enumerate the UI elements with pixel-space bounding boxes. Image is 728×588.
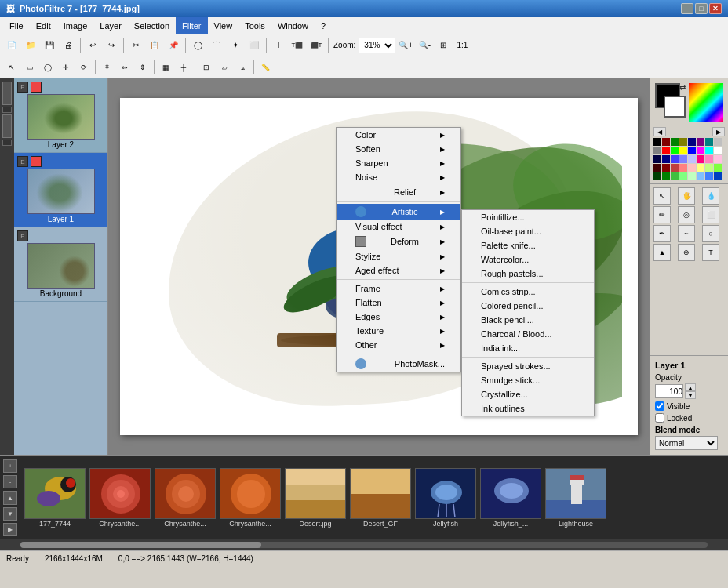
color-cell[interactable] [653,147,661,154]
artistic-oilbase[interactable]: Oil-base paint... [462,224,594,238]
filter-color[interactable]: Color ▶ [337,128,460,142]
maximize-button[interactable]: □ [695,3,708,14]
filter-soften[interactable]: Soften ▶ [337,142,460,156]
menu-help[interactable]: ? [315,17,332,34]
color-cell[interactable] [688,138,696,146]
opacity-down[interactable]: ▼ [685,391,696,399]
artistic-charcoal[interactable]: Charcoal / Blood... [462,327,594,341]
filter-aged[interactable]: Aged effect ▶ [337,263,460,278]
color-cell[interactable] [688,172,696,180]
cut-button[interactable]: ✂ [127,37,144,54]
filter-stylize[interactable]: Stylize ▶ [337,249,460,263]
save-button[interactable]: 💾 [41,37,58,54]
color-cell[interactable] [679,164,687,172]
blend-select[interactable]: Normal Multiply Screen Overlay [655,436,718,450]
menu-file[interactable]: File [3,17,30,34]
redo-button[interactable]: ↪ [103,37,120,54]
filmstrip-item-6[interactable]: E⬛ Desert_GF [349,468,412,528]
color-cell[interactable] [662,138,670,146]
color-cell[interactable] [679,147,687,154]
artistic-indiaink[interactable]: India ink... [462,341,594,355]
filter-flatten[interactable]: Flatten ▶ [337,296,460,310]
dodge-tool-btn[interactable]: ○ [702,225,719,242]
tool-flip-h[interactable]: ⇔ [116,59,133,76]
filter-frame[interactable]: Frame ▶ [337,281,460,296]
tool-flip-v[interactable]: ⇕ [134,59,151,76]
color-cell[interactable] [705,138,713,146]
palette-right[interactable]: ▶ [712,127,725,136]
menu-view[interactable]: View [208,17,239,34]
color-cell[interactable] [705,164,713,172]
filmstrip-item-4[interactable]: E⬛ Chrysanthe... [219,468,282,528]
zoom-reduce[interactable]: 🔍- [416,37,433,54]
scroll-track[interactable] [20,542,708,548]
tool-rulers[interactable]: 📏 [257,59,274,76]
select-tool-btn[interactable]: ↖ [653,187,671,205]
eyedrop-tool-btn[interactable]: 💧 [702,187,719,205]
text-btn2[interactable]: T⬛ [289,37,306,54]
zoom-magnify[interactable]: 🔍+ [397,37,414,54]
color-cell[interactable] [662,147,670,154]
color-cell[interactable] [705,155,713,163]
color-cell[interactable] [697,138,704,146]
filmstrip-play-btn[interactable]: ▶ [3,523,17,536]
zoom-100[interactable]: 1:1 [453,37,471,54]
artistic-smudge[interactable]: Smudge stick... [462,373,594,387]
filmstrip-down-btn[interactable]: ▼ [3,507,17,521]
tool-arrow[interactable]: ↖ [3,59,20,76]
filmstrip-item-8[interactable]: E⬛ Jellyfish_... [479,468,542,528]
artistic-coloredpencil[interactable]: Colored pencil... [462,299,594,313]
color-cell[interactable] [671,138,679,146]
filmstrip-item-1[interactable]: E⬛ 177_7744 [24,468,86,528]
color-cell[interactable] [662,164,670,172]
filmstrip-item-3[interactable]: E⬛ Chrysanthe... [154,468,217,528]
color-cell[interactable] [671,172,679,180]
filter-edges[interactable]: Edges ▶ [337,310,460,324]
color-cell[interactable] [705,172,713,180]
locked-checkbox[interactable] [655,413,664,423]
filter-noise[interactable]: Noise ▶ [337,170,460,184]
clone-tool-btn[interactable]: ⊕ [678,244,695,261]
filter-visual[interactable]: Visual effect ▶ [337,220,460,234]
color-cell[interactable] [688,155,696,163]
color-cell[interactable] [714,147,722,154]
circle-tool[interactable]: ◯ [189,37,206,54]
eraser-tool-btn[interactable]: ⬜ [702,206,719,223]
close-button[interactable]: ✕ [709,3,722,14]
tool-grid[interactable]: ▦ [157,59,174,76]
color-cell[interactable] [671,155,679,163]
open-button[interactable]: 📁 [22,37,39,54]
color-cell[interactable] [714,155,722,163]
airbrush-tool-btn[interactable]: ◎ [678,206,695,223]
artistic-sprayed[interactable]: Sprayed strokes... [462,359,594,373]
menu-edit[interactable]: Edit [30,17,57,34]
menu-image[interactable]: Image [57,17,94,34]
view-tool-btn[interactable]: 🖐 [678,187,695,205]
color-cell[interactable] [688,147,696,154]
color-cell[interactable] [688,164,696,172]
pencil-tool-btn[interactable]: ✒ [653,225,671,242]
new-button[interactable]: 📄 [3,37,20,54]
filter-sharpen[interactable]: Sharpen ▶ [337,156,460,170]
layer-entry-1[interactable]: E Layer 1 [14,153,107,227]
fill-tool-btn[interactable]: ▲ [653,244,671,261]
artistic-roughpastels[interactable]: Rough pastels... [462,267,594,281]
filmstrip-item-5[interactable]: E⬛ Desert.jpg [284,468,347,528]
menu-window[interactable]: Window [271,17,315,34]
text-btn3[interactable]: ⬛T [308,37,325,54]
swap-colors-icon[interactable]: ⇄ [679,83,686,92]
visible-checkbox[interactable] [655,401,664,411]
color-cell[interactable] [662,172,670,180]
paste-button[interactable]: 📌 [165,37,182,54]
color-wheel[interactable] [689,83,723,122]
background-color[interactable] [664,96,686,118]
filmstrip-item-7[interactable]: E⬛ Jellyfish [414,468,477,528]
zoom-select[interactable]: 31% [359,38,395,53]
color-cell[interactable] [697,147,704,154]
filter-artistic[interactable]: Artistic ▶ [337,204,460,220]
filmstrip-item-2[interactable]: E⬛ Chrysanthe... [89,468,151,528]
tool-skew[interactable]: ▱ [216,59,233,76]
tool-guides[interactable]: ┼ [175,59,192,76]
artistic-comics[interactable]: Comics strip... [462,285,594,299]
palette-left[interactable]: ◀ [653,127,666,136]
